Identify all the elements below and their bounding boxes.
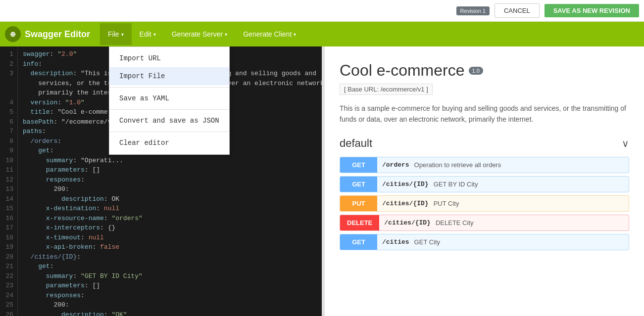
endpoint-row[interactable]: PUT/cities/{ID}PUT City <box>340 195 629 212</box>
nav-bar: ⊕ Swagger Editor File ▾ Edit ▾ Generate … <box>0 22 644 46</box>
logo-icon: ⊕ <box>5 26 21 42</box>
endpoint-description: GET City <box>414 238 441 246</box>
dropdown-clear-editor[interactable]: Clear editor <box>109 134 229 152</box>
top-bar: Revision 1 CANCEL SAVE AS NEW REVISION <box>0 0 644 22</box>
endpoint-row[interactable]: GET/cities/{ID}GET BY ID City <box>340 176 629 192</box>
endpoint-path: /cities/{ID} <box>377 200 434 207</box>
api-title-text: Cool e-commerce <box>340 61 465 80</box>
preview-pane: Cool e-commerce 1.0 [ Base URL: /ecommer… <box>325 46 644 316</box>
api-title-row: Cool e-commerce 1.0 <box>340 61 629 80</box>
method-badge-put: PUT <box>340 196 377 211</box>
dropdown-divider-3 <box>109 132 229 132</box>
nav-file-caret: ▾ <box>121 32 124 37</box>
logo: ⊕ Swagger Editor <box>5 26 90 42</box>
base-url: [ Base URL: /ecommerce/v1 ] <box>340 84 433 95</box>
nav-item-generate-server[interactable]: Generate Server ▾ <box>164 23 236 45</box>
endpoints-container: GET/ordersOperation to retrieve all orde… <box>340 157 629 250</box>
section-title-row: default ∨ <box>340 137 629 150</box>
method-badge-get: GET <box>340 177 377 192</box>
nav-item-edit[interactable]: Edit ▾ <box>132 23 164 45</box>
dropdown-divider-1 <box>109 87 229 88</box>
nav-edit-label: Edit <box>140 30 151 38</box>
endpoint-description: GET BY ID City <box>434 181 478 188</box>
logo-text: Swagger Editor <box>25 29 90 40</box>
revision-badge: Revision 1 <box>456 6 490 15</box>
endpoint-path: /cities/{ID} <box>377 181 434 188</box>
dropdown-import-url[interactable]: Import URL <box>109 49 229 67</box>
endpoint-path: /orders <box>377 161 414 169</box>
nav-generate-server-label: Generate Server <box>172 30 223 38</box>
dropdown-divider-2 <box>109 109 229 110</box>
nav-menu: File ▾ Edit ▾ Generate Server ▾ Generate… <box>100 23 304 45</box>
nav-edit-caret: ▾ <box>153 32 156 37</box>
api-description: This is a sample e-commerce for buying a… <box>340 103 629 125</box>
dropdown-convert-json[interactable]: Convert and save as JSON <box>109 112 229 130</box>
line-numbers: 1234567891011121314151617181920212223242… <box>0 46 18 316</box>
endpoint-path: /cities <box>377 238 414 246</box>
method-badge-get: GET <box>340 157 377 173</box>
method-badge-get: GET <box>340 234 377 250</box>
nav-generate-server-caret: ▾ <box>225 32 227 37</box>
chevron-down-icon[interactable]: ∨ <box>622 137 629 149</box>
dropdown-menu: Import URL Import File Save as YAML Conv… <box>109 46 230 155</box>
section-title-text: default <box>340 137 372 150</box>
file-dropdown: Import URL Import File Save as YAML Conv… <box>109 46 230 155</box>
cancel-button[interactable]: CANCEL <box>495 3 540 18</box>
version-badge: 1.0 <box>469 67 483 75</box>
dropdown-save-yaml[interactable]: Save as YAML <box>109 90 229 107</box>
endpoint-description: DELETE City <box>436 219 474 226</box>
save-button[interactable]: SAVE AS NEW REVISION <box>545 4 639 17</box>
endpoint-row[interactable]: DELETE/cities/{ID}DELETE City <box>340 215 629 231</box>
main-content: 1234567891011121314151617181920212223242… <box>0 46 644 316</box>
endpoint-row[interactable]: GET/ordersOperation to retrieve all orde… <box>340 157 629 173</box>
endpoint-description: PUT City <box>434 200 459 207</box>
method-badge-delete: DELETE <box>340 215 379 230</box>
nav-generate-client-caret: ▾ <box>294 32 296 37</box>
endpoint-row[interactable]: GET/citiesGET City <box>340 234 629 250</box>
nav-generate-client-label: Generate Client <box>243 30 292 38</box>
nav-file-label: File <box>108 30 119 38</box>
nav-item-file[interactable]: File ▾ <box>100 23 132 45</box>
dropdown-import-file[interactable]: Import File <box>109 67 229 85</box>
endpoint-description: Operation to retrieve all orders <box>414 161 501 169</box>
editor-pane[interactable]: 1234567891011121314151617181920212223242… <box>0 46 322 316</box>
nav-item-generate-client[interactable]: Generate Client ▾ <box>235 23 304 45</box>
endpoint-path: /cities/{ID} <box>379 219 436 226</box>
